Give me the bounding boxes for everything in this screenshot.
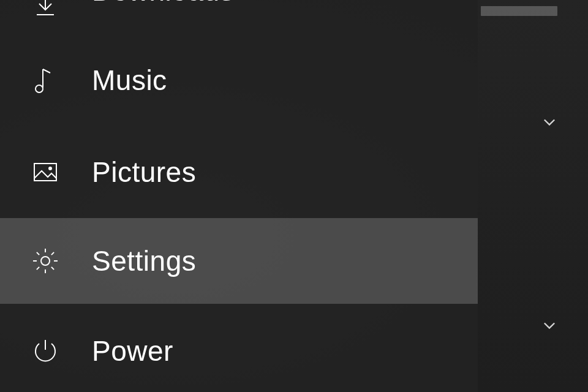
download-icon	[28, 0, 62, 23]
menu-item-label: Power	[92, 334, 173, 368]
svg-line-12	[37, 252, 39, 255]
menu-item-power[interactable]: Power	[0, 305, 478, 392]
menu-item-music[interactable]: Music	[0, 37, 478, 123]
svg-point-7	[41, 257, 50, 265]
svg-point-6	[49, 167, 51, 170]
svg-line-14	[37, 267, 39, 270]
menu-item-label: Music	[92, 64, 167, 97]
menu-item-settings[interactable]: Settings	[0, 218, 478, 304]
svg-rect-5	[34, 164, 56, 181]
menu-item-label: Settings	[92, 244, 196, 277]
chevron-down-icon[interactable]	[540, 316, 559, 334]
svg-line-15	[51, 252, 54, 255]
music-icon	[28, 63, 62, 97]
svg-line-13	[51, 267, 54, 270]
menu-item-pictures[interactable]: Pictures	[0, 129, 478, 215]
start-menu-sidebar: Downloads Music Pictures	[0, 0, 478, 392]
chevron-down-icon[interactable]	[540, 113, 559, 131]
menu-list: Downloads Music Pictures	[0, 0, 478, 392]
gear-icon	[28, 244, 62, 278]
svg-line-3	[43, 69, 50, 73]
svg-point-4	[36, 85, 43, 92]
menu-item-label: Pictures	[92, 156, 196, 189]
power-icon	[28, 334, 62, 368]
pictures-icon	[28, 155, 62, 189]
menu-item-label: Downloads	[92, 0, 234, 7]
right-panel-divider	[481, 6, 557, 16]
right-panel	[478, 0, 588, 392]
menu-item-downloads[interactable]: Downloads	[0, 0, 478, 22]
